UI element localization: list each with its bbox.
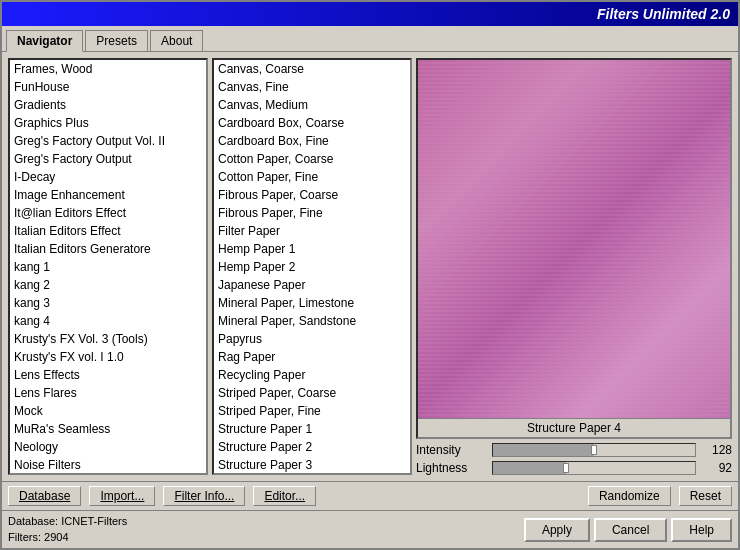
list-item[interactable]: Structure Paper 3 xyxy=(214,456,410,474)
list-item[interactable]: MuRa's Seamless xyxy=(10,420,206,438)
intensity-label: Intensity xyxy=(416,443,486,457)
list-item[interactable]: Italian Editors Generatore xyxy=(10,240,206,258)
list-item[interactable]: Canvas, Fine xyxy=(214,78,410,96)
list-item[interactable]: Structure Paper 1 xyxy=(214,420,410,438)
lightness-row: Lightness 92 xyxy=(416,461,732,475)
list-item[interactable]: kang 3 xyxy=(10,294,206,312)
list-item[interactable]: Striped Paper, Fine xyxy=(214,402,410,420)
list-item[interactable]: Mock xyxy=(10,402,206,420)
list-item[interactable]: Canvas, Coarse xyxy=(214,60,410,78)
help-button[interactable]: Help xyxy=(671,518,732,542)
list-item[interactable]: Striped Paper, Coarse xyxy=(214,384,410,402)
left-list-panel[interactable]: Frames, WoodFunHouseGradientsGraphics Pl… xyxy=(8,58,208,475)
list-item[interactable]: kang 1 xyxy=(10,258,206,276)
filters-status-value: 2904 xyxy=(44,531,68,543)
list-item[interactable]: Cardboard Box, Coarse xyxy=(214,114,410,132)
title-bar-text: Filters Unlimited 2.0 xyxy=(597,6,730,22)
list-item[interactable]: Cotton Paper, Coarse xyxy=(214,150,410,168)
preview-label: Structure Paper 4 xyxy=(418,418,730,437)
list-item[interactable]: Greg's Factory Output Vol. II xyxy=(10,132,206,150)
list-item[interactable]: Rag Paper xyxy=(214,348,410,366)
list-item[interactable]: Hemp Paper 2 xyxy=(214,258,410,276)
list-item[interactable]: It@lian Editors Effect xyxy=(10,204,206,222)
list-item[interactable]: Image Enhancement xyxy=(10,186,206,204)
list-item[interactable]: Cotton Paper, Fine xyxy=(214,168,410,186)
tab-navigator[interactable]: Navigator xyxy=(6,30,83,52)
sliders-area: Intensity 128 Lightness 92 xyxy=(416,443,732,475)
filters-status-label: Filters: xyxy=(8,531,41,543)
intensity-row: Intensity 128 xyxy=(416,443,732,457)
tab-about[interactable]: About xyxy=(150,30,203,51)
list-item[interactable]: Noise Filters xyxy=(10,456,206,474)
randomize-button[interactable]: Randomize xyxy=(588,486,671,506)
list-item[interactable]: Graphics Plus xyxy=(10,114,206,132)
list-item[interactable]: Canvas, Medium xyxy=(214,96,410,114)
list-item[interactable]: Fibrous Paper, Fine xyxy=(214,204,410,222)
list-item[interactable]: Frames, Wood xyxy=(10,60,206,78)
list-item[interactable]: Structure Paper 2 xyxy=(214,438,410,456)
status-buttons: Apply Cancel Help xyxy=(524,518,732,542)
main-content: Frames, WoodFunHouseGradientsGraphics Pl… xyxy=(2,52,738,481)
bottom-toolbar: Database Import... Filter Info... Editor… xyxy=(2,481,738,510)
reset-button[interactable]: Reset xyxy=(679,486,732,506)
status-info: Database: ICNET-Filters Filters: 2904 xyxy=(8,514,127,545)
list-item[interactable]: Lens Effects xyxy=(10,366,206,384)
list-item[interactable]: Neology xyxy=(10,438,206,456)
apply-button[interactable]: Apply xyxy=(524,518,590,542)
list-item[interactable]: Recycling Paper xyxy=(214,366,410,384)
list-item[interactable]: Structure Paper 4 xyxy=(214,474,410,475)
list-item[interactable]: Paper Backgrounds xyxy=(10,474,206,475)
list-item[interactable]: Papyrus xyxy=(214,330,410,348)
database-status-value: ICNET-Filters xyxy=(61,515,127,527)
import-button[interactable]: Import... xyxy=(89,486,155,506)
intensity-value: 128 xyxy=(702,443,732,457)
list-item[interactable]: Mineral Paper, Limestone xyxy=(214,294,410,312)
list-item[interactable]: Gradients xyxy=(10,96,206,114)
list-item[interactable]: Fibrous Paper, Coarse xyxy=(214,186,410,204)
list-item[interactable]: kang 4 xyxy=(10,312,206,330)
list-item[interactable]: Krusty's FX Vol. 3 (Tools) xyxy=(10,330,206,348)
status-bar: Database: ICNET-Filters Filters: 2904 Ap… xyxy=(2,510,738,548)
list-item[interactable]: Hemp Paper 1 xyxy=(214,240,410,258)
filters-status: Filters: 2904 xyxy=(8,530,127,545)
lightness-label: Lightness xyxy=(416,461,486,475)
tab-bar: Navigator Presets About xyxy=(2,26,738,52)
list-item[interactable]: FunHouse xyxy=(10,78,206,96)
list-item[interactable]: Italian Editors Effect xyxy=(10,222,206,240)
preview-image xyxy=(418,60,730,437)
lightness-value: 92 xyxy=(702,461,732,475)
main-window: Filters Unlimited 2.0 Navigator Presets … xyxy=(0,0,740,550)
database-status-label: Database: xyxy=(8,515,58,527)
list-item[interactable]: Krusty's FX vol. I 1.0 xyxy=(10,348,206,366)
list-item[interactable]: Filter Paper xyxy=(214,222,410,240)
list-item[interactable]: Greg's Factory Output xyxy=(10,150,206,168)
tab-presets[interactable]: Presets xyxy=(85,30,148,51)
title-bar: Filters Unlimited 2.0 xyxy=(2,2,738,26)
database-button[interactable]: Database xyxy=(8,486,81,506)
middle-list-panel[interactable]: Canvas, CoarseCanvas, FineCanvas, Medium… xyxy=(212,58,412,475)
list-item[interactable]: Lens Flares xyxy=(10,384,206,402)
list-item[interactable]: I-Decay xyxy=(10,168,206,186)
lightness-slider[interactable] xyxy=(492,461,696,475)
database-status: Database: ICNET-Filters xyxy=(8,514,127,529)
preview-box: Structure Paper 4 xyxy=(416,58,732,439)
list-item[interactable]: kang 2 xyxy=(10,276,206,294)
editor-button[interactable]: Editor... xyxy=(253,486,316,506)
right-panel: Structure Paper 4 Intensity 128 Lightnes… xyxy=(416,58,732,475)
list-item[interactable]: Cardboard Box, Fine xyxy=(214,132,410,150)
cancel-button[interactable]: Cancel xyxy=(594,518,667,542)
list-item[interactable]: Japanese Paper xyxy=(214,276,410,294)
list-item[interactable]: Mineral Paper, Sandstone xyxy=(214,312,410,330)
intensity-slider[interactable] xyxy=(492,443,696,457)
filter-info-button[interactable]: Filter Info... xyxy=(163,486,245,506)
